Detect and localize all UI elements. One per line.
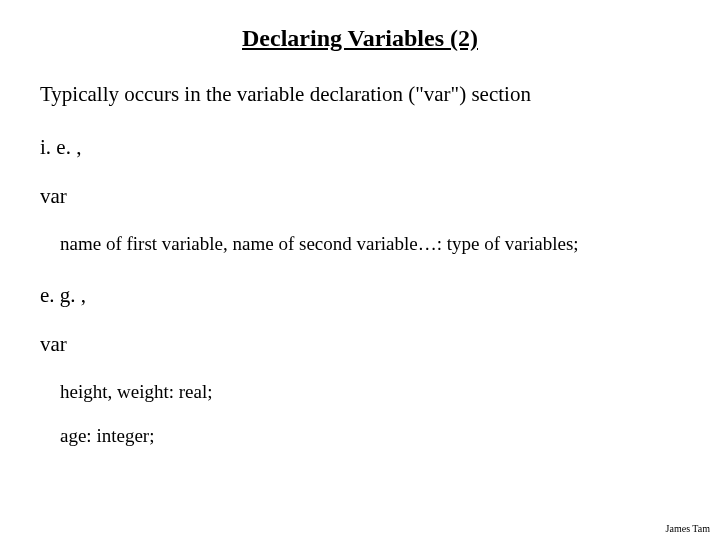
example-integer: age: integer;: [60, 425, 680, 447]
intro-text: Typically occurs in the variable declara…: [40, 82, 680, 107]
ie-label: i. e. ,: [40, 135, 680, 160]
eg-label: e. g. ,: [40, 283, 680, 308]
footer-author: James Tam: [666, 523, 710, 534]
syntax-pattern: name of first variable, name of second v…: [60, 233, 680, 255]
var-keyword-1: var: [40, 184, 680, 209]
var-keyword-2: var: [40, 332, 680, 357]
slide-title: Declaring Variables (2): [40, 25, 680, 52]
example-real: height, weight: real;: [60, 381, 680, 403]
